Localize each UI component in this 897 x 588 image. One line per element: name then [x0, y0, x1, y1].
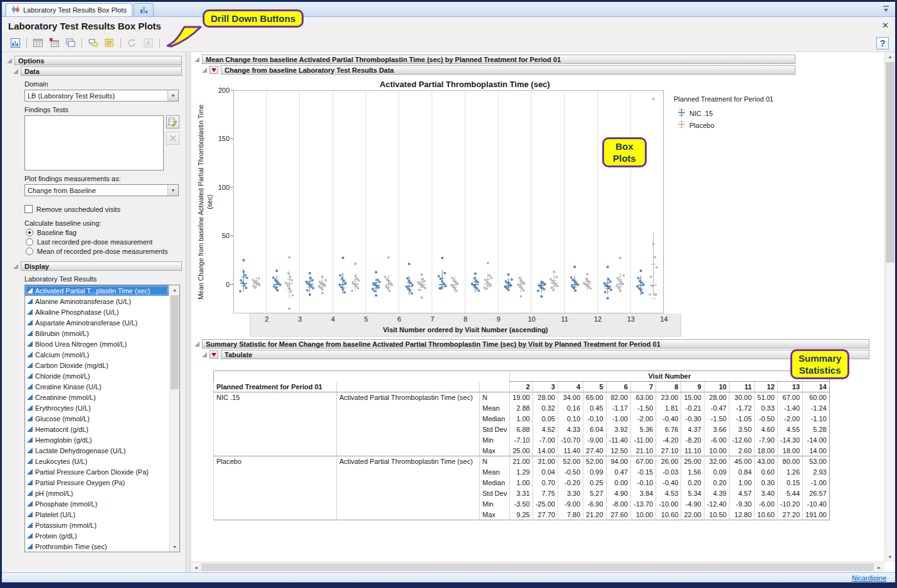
y-tick-label: 200 [218, 87, 230, 94]
nicardipine-link[interactable]: Nicardipine [852, 574, 886, 582]
subsection1-header[interactable]: Change from baseline Laboratory Test Res… [221, 65, 795, 75]
lab-test-item[interactable]: Bilirubin (mmol/L) [25, 328, 169, 339]
scroll-thumb[interactable] [171, 295, 179, 389]
notes-icon[interactable] [86, 36, 100, 50]
scroll-left-icon[interactable]: ◄ [192, 565, 200, 570]
data-section-header[interactable]: Data [21, 66, 182, 76]
summary-stat-row: NIC .15Activated Partial Thromboplastin … [214, 392, 830, 403]
open-windows-icon[interactable] [63, 36, 78, 50]
lab-test-item[interactable]: Hemoglobin (g/dL) [25, 434, 169, 445]
distribution-report-icon[interactable] [8, 36, 23, 50]
tab-chart-report[interactable] [134, 3, 154, 16]
lab-test-item[interactable]: Partial Pressure Carbon Dioxide (Pa) [25, 466, 169, 477]
lab-test-item[interactable]: Erythrocytes (U/L) [25, 402, 169, 413]
lab-test-item[interactable]: Protein (g/dL) [25, 530, 169, 541]
lab-test-item[interactable]: Activated Partial T...plastin Time (sec) [25, 285, 169, 296]
section2-header[interactable]: Summary Statistic for Mean Change from b… [202, 339, 869, 349]
domain-select[interactable]: LB (Laboratory Test Results) ▼ [24, 90, 179, 102]
scroll-down-icon[interactable]: ▼ [885, 552, 895, 562]
section1-header[interactable]: Mean Change from baseline Activated Part… [202, 55, 795, 64]
help-icon[interactable]: ? [876, 37, 889, 50]
findings-tests-listbox[interactable] [24, 115, 164, 171]
visit-column-header: 2 [510, 382, 533, 392]
tabulate-header[interactable]: Tabulate [221, 350, 869, 359]
radio-icon[interactable] [26, 229, 33, 236]
new-data-table-icon[interactable] [47, 36, 61, 50]
baseline-radio-option[interactable]: Last recorded pre-dose measurement [26, 238, 182, 246]
test-cell: Activated Partial Thromboplastin Time (s… [337, 392, 480, 403]
panel-splitter[interactable] [186, 52, 191, 572]
disclosure-icon[interactable] [13, 69, 18, 74]
lab-test-item[interactable]: Creatinine (mmol/L) [25, 392, 169, 402]
list-scrollbar[interactable]: ▲ ▼ [169, 285, 179, 552]
scroll-thumb[interactable] [201, 564, 874, 571]
tab-label: Laboratory Test Results Box Plots [23, 6, 127, 14]
lab-test-item[interactable]: Leukocytes (U/L) [25, 456, 169, 466]
lab-test-item[interactable]: Phosphate (mmol/L) [25, 498, 169, 509]
annotate-icon[interactable]: A [141, 36, 156, 50]
lab-test-item[interactable]: Alanine Aminotransferase (U/L) [25, 296, 169, 307]
disclosure-icon[interactable] [202, 352, 207, 357]
stat-value-cell: -25.00 [533, 499, 558, 510]
lab-test-item[interactable]: Lactate Dehydrogenase (U/L) [25, 445, 169, 456]
lab-test-item[interactable]: Aspartate Aminotransferase (U/L) [25, 317, 169, 328]
lab-test-item[interactable]: Platelet (U/L) [25, 509, 169, 520]
display-section-header[interactable]: Display [21, 261, 182, 271]
box-plot-glyph-icon [677, 120, 686, 130]
stat-value-cell: 10.00 [630, 510, 656, 520]
lab-test-item[interactable]: pH (mmol/L) [25, 488, 169, 498]
summary-statistics-callout: Summary Statistics [790, 349, 849, 379]
report-horizontal-scrollbar[interactable]: ◄ ► [191, 562, 884, 572]
lab-test-item[interactable]: Carbon Dioxide (mg/dL) [25, 360, 169, 370]
window-list-icon[interactable] [882, 5, 890, 14]
lab-test-item[interactable]: Chloride (mmol/L) [25, 370, 169, 381]
lab-test-item[interactable]: Blood Urea Nitrogen (mmol/L) [25, 339, 169, 349]
disclosure-icon[interactable] [194, 57, 199, 62]
lab-test-list[interactable]: Activated Partial T...plastin Time (sec)… [24, 285, 180, 552]
legend-title: Planned Treatment for Period 01 [674, 95, 793, 103]
lab-test-item[interactable]: Prothrombin Time (sec) [25, 541, 169, 552]
radio-icon[interactable] [26, 248, 33, 255]
clear-tests-button[interactable] [166, 132, 179, 145]
scroll-right-icon[interactable]: ► [875, 565, 883, 570]
lab-test-item[interactable]: Alkaline Phosphatase (U/L) [25, 307, 169, 317]
lab-test-item[interactable]: Calcium (mmol/L) [25, 349, 169, 360]
red-triangle-menu-icon[interactable] [210, 66, 218, 74]
lab-test-item[interactable]: Glucose (mmol/L) [25, 413, 169, 424]
tab-lab-results-box-plots[interactable]: Laboratory Test Results Box Plots [6, 3, 132, 16]
report-vertical-scrollbar[interactable]: ▲ ▼ [884, 52, 895, 562]
legend-item-nic[interactable]: NIC .15 [677, 108, 793, 118]
stat-value-cell: 11.10 [681, 446, 704, 456]
plot-area[interactable] [233, 90, 664, 313]
stat-value-cell: 9.25 [510, 510, 533, 520]
options-header[interactable]: Options [14, 56, 182, 65]
legend-item-placebo[interactable]: Placebo [677, 120, 793, 130]
disclosure-icon[interactable] [194, 342, 199, 347]
lab-test-item[interactable]: Creatine Kinase (U/L) [25, 381, 169, 392]
domain-label: Domain [24, 80, 182, 88]
scroll-thumb[interactable] [886, 62, 894, 263]
red-triangle-menu-icon[interactable] [210, 350, 218, 359]
checkbox-icon[interactable] [24, 205, 33, 213]
refresh-icon[interactable] [125, 36, 139, 50]
baseline-radio-option[interactable]: Mean of recorded pre-dose measurements [26, 248, 182, 255]
scroll-down-icon[interactable]: ▼ [170, 542, 179, 552]
data-table-icon[interactable] [31, 36, 45, 50]
close-icon[interactable]: ✕ [882, 21, 889, 30]
plot-as-select[interactable]: Change from Baseline ▼ [24, 184, 179, 196]
stat-value-cell: -4.20 [656, 435, 681, 446]
lab-test-item[interactable]: Potassium (mmol/L) [25, 520, 169, 530]
baseline-radio-option[interactable]: Baseline flag [26, 229, 182, 236]
scroll-up-icon[interactable]: ▲ [170, 285, 179, 295]
disclosure-icon[interactable] [13, 264, 18, 269]
stat-value-cell: 27.70 [533, 510, 558, 520]
scroll-up-icon[interactable]: ▲ [885, 52, 895, 61]
comments-icon[interactable] [102, 36, 117, 50]
remove-unscheduled-checkbox[interactable]: Remove unscheduled visits [24, 205, 182, 213]
disclosure-icon[interactable] [7, 58, 12, 63]
lab-test-item[interactable]: Hematocrit (g/dL) [25, 424, 169, 434]
radio-icon[interactable] [26, 238, 33, 246]
select-tests-button[interactable] [166, 115, 179, 129]
lab-test-item[interactable]: Partial Pressure Oxygen (Pa) [25, 477, 169, 488]
disclosure-icon[interactable] [202, 68, 207, 73]
